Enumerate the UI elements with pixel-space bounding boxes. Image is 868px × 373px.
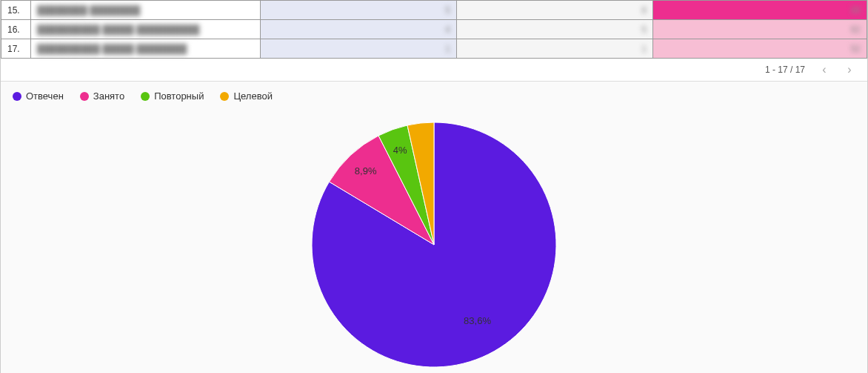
row-val-b: 5 — [457, 20, 653, 39]
legend-label: Целевой — [233, 90, 272, 102]
pie-slice-label: 4% — [393, 145, 407, 156]
pagination-label: 1 - 17 / 17 — [765, 65, 805, 75]
row-name: ██████████ █████ ████████ — [31, 39, 261, 59]
data-table: 15.████████ ████████588916.██████████ ██… — [1, 0, 867, 59]
legend-item[interactable]: Занято — [80, 90, 124, 102]
row-val-a: 4 — [261, 20, 457, 39]
row-val-b: 1 — [457, 39, 653, 59]
pie-slice-label: 8,9% — [355, 165, 377, 176]
table-row: 17.██████████ █████ ████████1152 — [1, 39, 867, 59]
row-val-c: 62 — [653, 20, 867, 39]
row-number: 16. — [1, 20, 31, 39]
row-name: ████████ ████████ — [31, 1, 261, 20]
legend-label: Занято — [93, 90, 124, 102]
legend-swatch-icon — [220, 92, 229, 101]
legend-item[interactable]: Повторный — [141, 90, 204, 102]
row-name: ██████████ █████ ██████████ — [31, 20, 261, 39]
legend-swatch-icon — [80, 92, 89, 101]
pagination-bar: 1 - 17 / 17 ‹ › — [1, 59, 867, 82]
legend-item[interactable]: Отвечен — [13, 90, 64, 102]
chart-area: ОтвеченЗанятоПовторныйЦелевой 83,6%8,9%4… — [1, 82, 867, 373]
table-row: 16.██████████ █████ ██████████4562 — [1, 20, 867, 39]
row-val-c: 52 — [653, 39, 867, 59]
row-val-a: 1 — [261, 39, 457, 59]
row-val-b: 8 — [457, 1, 653, 20]
prev-page-icon[interactable]: ‹ — [818, 63, 830, 76]
legend-swatch-icon — [13, 92, 21, 101]
pie-slice-label: 83,6% — [464, 315, 491, 326]
legend-item[interactable]: Целевой — [220, 90, 272, 102]
next-page-icon[interactable]: › — [844, 63, 855, 76]
row-val-c: 89 — [653, 1, 867, 20]
legend-label: Отвечен — [26, 90, 64, 102]
pie-chart: 83,6%8,9%4% — [301, 108, 567, 373]
table-row: 15.████████ ████████5889 — [1, 1, 867, 20]
chart-legend: ОтвеченЗанятоПовторныйЦелевой — [13, 90, 855, 102]
legend-label: Повторный — [154, 90, 204, 102]
row-number: 17. — [1, 39, 31, 59]
row-val-a: 5 — [261, 1, 457, 20]
row-number: 15. — [1, 1, 31, 20]
legend-swatch-icon — [141, 92, 150, 101]
